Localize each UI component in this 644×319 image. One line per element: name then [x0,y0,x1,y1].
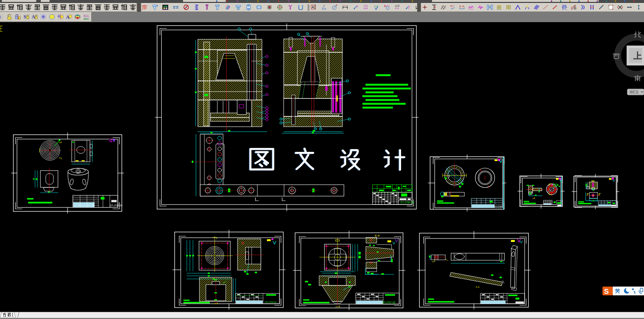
svg-text:dim: dim [84,17,89,20]
svg-text:A: A [459,5,462,8]
svg-text:S: S [604,287,609,295]
svg-text:ST-JTW-08: ST-JTW-08 [400,201,414,204]
svg-text:WCS: WCS [630,90,639,94]
svg-text:ST-JTW-01: ST-JTW-01 [265,301,276,303]
svg-text:5: 5 [357,5,358,8]
svg-text:1: 1 [11,313,14,317]
svg-text:10: 10 [450,5,453,7]
svg-text:123: 123 [363,5,368,7]
svg-text:X: X [408,5,410,7]
svg-text:A: A [463,5,465,8]
svg-text:Y: Y [408,8,410,10]
svg-text:ST-JTW: ST-JTW [494,205,503,208]
svg-text:123: 123 [395,5,399,7]
svg-text:S: S [24,14,26,19]
svg-text:L-L: L-L [476,285,480,288]
svg-text:YY: YY [387,5,390,7]
svg-text:A: A [32,14,35,19]
svg-text:K-K: K-K [375,234,380,237]
svg-text:ST-JTW-06: ST-JTW-06 [110,204,122,207]
svg-text:ST-J707-05: ST-J707-05 [382,301,395,304]
